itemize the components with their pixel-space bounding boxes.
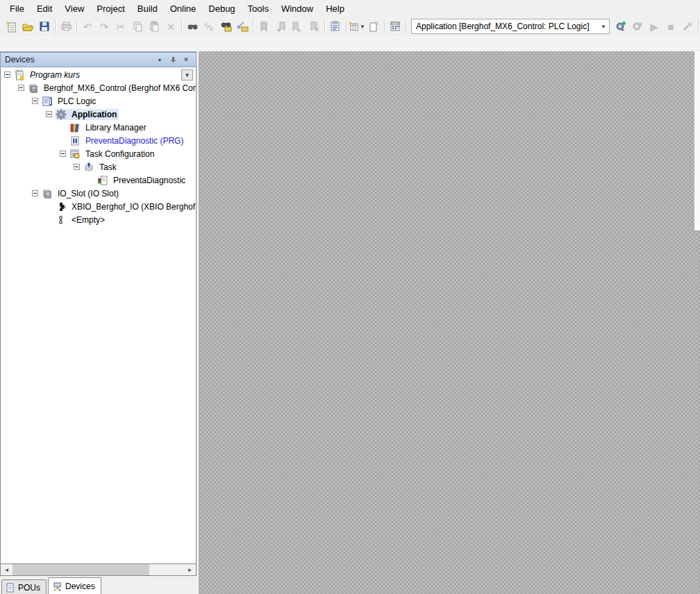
task-configuration-icon (69, 148, 81, 160)
logout-icon[interactable] (629, 18, 646, 35)
devices-tree: Program kurs ▼ (0, 67, 197, 564)
scroll-left-icon[interactable]: ◄ (1, 564, 12, 575)
tree-label: XBIO_Berghof_IO (XBIO Berghof IO) (69, 201, 197, 212)
add-object-icon[interactable] (365, 18, 382, 35)
clear-bookmarks-icon[interactable] (306, 18, 322, 35)
tab-pous-label: POUs (18, 583, 40, 593)
navigator-tabstrip: POUs Devices (0, 576, 197, 594)
main-toolbar: ↶ ↷ ✂ ✕ A B (0, 17, 700, 36)
undo-icon[interactable]: ↶ (79, 18, 96, 35)
tree-row-xbio[interactable]: XBIO_Berghof_IO (XBIO Berghof IO) (1, 200, 195, 213)
project-icon (14, 69, 25, 80)
new-object-dropdown-arrow: ▼ (360, 24, 365, 30)
previous-bookmark-icon[interactable] (272, 18, 289, 35)
collapse-expander-icon[interactable] (18, 85, 24, 91)
new-object-icon[interactable]: ▼ (349, 18, 365, 35)
panel-menu-dropdown-icon[interactable]: ▼ (154, 55, 165, 65)
application-icon (56, 109, 67, 120)
scroll-right-icon[interactable]: ► (184, 564, 196, 575)
menu-build[interactable]: Build (131, 1, 164, 16)
collapse-expander-icon[interactable] (32, 190, 38, 196)
print-icon[interactable] (58, 18, 74, 35)
tree-row-task-configuration[interactable]: Task Configuration (1, 147, 195, 160)
svg-text:B: B (210, 26, 213, 31)
menu-bar: File Edit View Project Build Online Debu… (0, 0, 700, 17)
tree-label: IO_Slot (IO Slot) (56, 188, 121, 199)
plc-logic-icon (42, 96, 53, 107)
tab-devices-label: Devices (65, 582, 95, 591)
connector-filled-icon (56, 201, 67, 212)
build-tools-icon[interactable] (679, 18, 696, 35)
menu-debug[interactable]: Debug (202, 1, 241, 16)
redo-icon[interactable]: ↷ (96, 18, 112, 35)
tree-horizontal-scrollbar[interactable]: ◄ ► (0, 564, 197, 576)
pou-prg-icon (69, 135, 81, 146)
svg-text:A: A (204, 22, 208, 27)
menu-file[interactable]: File (3, 1, 31, 16)
active-application-combo[interactable]: Application [Berghof_MX6_Control: PLC Lo… (411, 19, 610, 34)
tree-row-plc-logic[interactable]: PLC Logic (1, 94, 195, 108)
tree-label: PreventaDiagnostic (PRG) (83, 135, 185, 146)
open-project-icon[interactable] (19, 18, 36, 35)
tree-row-task[interactable]: Task (1, 160, 195, 173)
project-dropdown-icon[interactable]: ▼ (181, 69, 193, 80)
tree-row-io-slot[interactable]: IO_Slot (IO Slot) (1, 187, 195, 200)
next-bookmark-icon[interactable] (289, 18, 306, 35)
properties-icon[interactable] (327, 18, 344, 35)
menu-tools[interactable]: Tools (242, 1, 275, 16)
menu-window[interactable]: Window (275, 1, 319, 16)
plc-device-icon (28, 83, 39, 94)
collapse-expander-icon[interactable] (32, 98, 38, 104)
replace-in-project-icon[interactable] (234, 18, 251, 35)
edit-object-icon[interactable] (387, 18, 403, 35)
tab-pous[interactable]: POUs (1, 579, 47, 594)
find-in-project-icon[interactable] (217, 18, 234, 35)
tree-label: Berghof_MX6_Control (Berghof MX6 Control… (42, 83, 197, 94)
copy-icon[interactable] (129, 18, 146, 35)
scrollbar-thumb[interactable] (12, 564, 149, 575)
stop-icon[interactable]: ■ (662, 18, 679, 35)
menu-online[interactable]: Online (164, 1, 203, 16)
tree-row-device[interactable]: Berghof_MX6_Control (Berghof MX6 Control… (1, 81, 195, 94)
panel-pin-icon[interactable] (167, 55, 178, 65)
active-application-value: Application [Berghof_MX6_Control: PLC Lo… (412, 22, 598, 31)
devices-panel: Devices ▼ ✕ (0, 51, 197, 594)
paste-icon[interactable] (146, 18, 162, 35)
find-icon[interactable] (184, 18, 201, 35)
new-project-icon[interactable] (3, 18, 19, 35)
devices-tab-icon (52, 582, 62, 591)
tree-row-project[interactable]: Program kurs ▼ (1, 68, 195, 81)
tree-row-pou[interactable]: PreventaDiagnostic (PRG) (1, 134, 195, 147)
save-icon[interactable] (36, 18, 53, 35)
mdi-edge-strip (694, 51, 700, 230)
tree-row-application[interactable]: Application (1, 108, 195, 121)
tree-row-library-manager[interactable]: Library Manager (1, 121, 195, 134)
tree-row-task-call[interactable]: PreventaDiagnostic (1, 173, 195, 187)
menu-edit[interactable]: Edit (31, 1, 58, 16)
start-icon[interactable]: ▶ (646, 18, 662, 35)
menu-project[interactable]: Project (90, 1, 131, 16)
login-icon[interactable] (612, 18, 629, 35)
tree-label: <Empty> (69, 214, 107, 226)
menu-help[interactable]: Help (319, 1, 351, 16)
devices-panel-title: Devices (5, 55, 152, 65)
collapse-expander-icon[interactable] (46, 111, 52, 117)
collapse-expander-icon[interactable] (74, 164, 80, 170)
delete-icon[interactable]: ✕ (162, 18, 179, 35)
tab-devices[interactable]: Devices (48, 577, 101, 594)
collapse-expander-icon[interactable] (4, 71, 10, 78)
toggle-bookmark-icon[interactable] (256, 18, 272, 35)
replace-icon[interactable]: A B (201, 18, 217, 35)
cut-icon[interactable]: ✂ (112, 18, 129, 35)
collapse-expander-icon[interactable] (60, 151, 66, 157)
menu-view[interactable]: View (58, 1, 90, 16)
combo-dropdown-arrow[interactable]: ▼ (598, 24, 609, 30)
panel-close-icon[interactable]: ✕ (181, 55, 192, 65)
devices-panel-titlebar: Devices ▼ ✕ (0, 52, 197, 67)
task-call-icon (97, 175, 108, 186)
task-icon (83, 162, 94, 173)
scrollbar-track[interactable] (12, 564, 184, 575)
tree-row-empty-slot[interactable]: <Empty> (1, 213, 195, 226)
library-manager-icon (69, 122, 81, 133)
tree-label: Library Manager (83, 122, 148, 133)
